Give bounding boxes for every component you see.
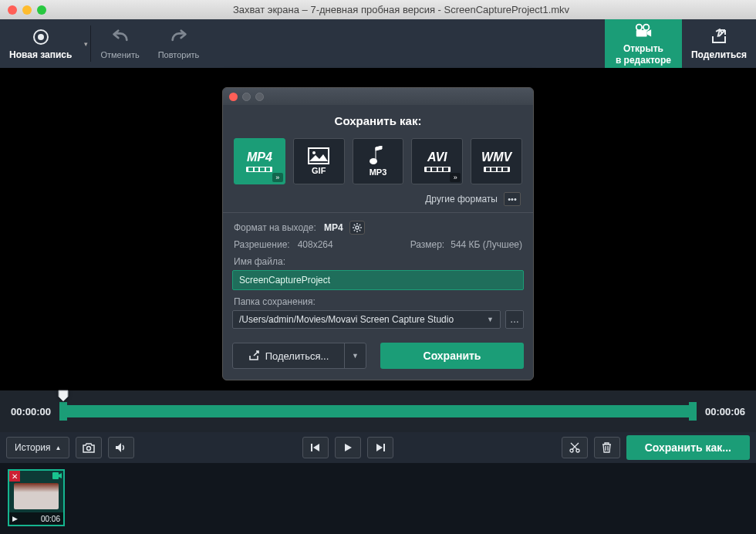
image-icon [308, 147, 329, 164]
filename-input[interactable] [232, 270, 524, 290]
clip-thumbnail[interactable]: ✕ ▶ 00:06 [8, 469, 65, 526]
browse-folder-button[interactable]: … [505, 310, 524, 329]
svg-point-6 [312, 151, 316, 154]
more-icon[interactable]: » [272, 173, 283, 182]
playhead[interactable] [58, 390, 69, 402]
skip-back-icon [310, 443, 321, 452]
volume-button[interactable] [108, 437, 134, 458]
svg-line-14 [359, 230, 359, 231]
svg-rect-22 [52, 472, 59, 479]
format-wmv[interactable]: WMV [471, 138, 522, 184]
chevron-down-icon: ▼ [487, 316, 494, 323]
redo-icon [170, 29, 188, 47]
clip-preview [14, 483, 59, 509]
output-format-value: MP4 [324, 222, 343, 233]
new-recording-button[interactable]: Новая запись [0, 19, 81, 68]
scissors-icon [569, 442, 580, 453]
screenshot-button[interactable] [76, 437, 102, 458]
save-button[interactable]: Сохранить [380, 343, 524, 369]
filename-label: Имя файла: [234, 256, 522, 267]
format-gif-inner: GIF [308, 147, 329, 175]
timeline-track[interactable] [62, 405, 694, 417]
dialog-titlebar[interactable] [223, 88, 533, 105]
clip-duration: 00:06 [41, 515, 60, 523]
zoom-dialog-icon [255, 93, 264, 101]
record-icon [32, 28, 50, 46]
redo-label: Повторить [158, 50, 200, 59]
format-mp3[interactable]: MP3 [353, 138, 404, 184]
format-gif[interactable]: GIF [293, 138, 345, 184]
skip-forward-icon [375, 443, 386, 452]
folder-value: /Users/admin/Movies/Movavi Screen Captur… [239, 314, 454, 325]
svg-rect-4 [636, 30, 647, 36]
play-button[interactable] [335, 437, 361, 458]
other-formats-link[interactable]: Другие форматы [425, 194, 498, 204]
svg-point-17 [87, 446, 91, 450]
delete-button[interactable] [594, 437, 620, 458]
cut-button[interactable] [562, 437, 588, 458]
share-split-button[interactable]: Поделиться... ▼ [232, 343, 366, 369]
resolution-label: Разрешение: [234, 239, 290, 250]
other-formats-button[interactable]: ••• [504, 192, 521, 206]
svg-point-8 [356, 226, 359, 229]
folder-label: Папка сохранения: [234, 296, 522, 307]
open-in-editor-button[interactable]: Открытьв редакторе [605, 19, 682, 68]
camera-icon [83, 443, 95, 453]
close-window-icon[interactable] [8, 5, 17, 15]
save-as-dialog: Сохранить как: MP4 » GIF [222, 87, 534, 380]
format-mp4[interactable]: MP4 » [234, 138, 285, 184]
format-avi-inner: AVI [424, 150, 451, 172]
format-avi[interactable]: AVI » [411, 138, 463, 184]
svg-point-1 [38, 34, 44, 40]
format-wmv-inner: WMV [481, 150, 511, 172]
svg-point-3 [643, 25, 649, 30]
folder-select[interactable]: /Users/admin/Movies/Movavi Screen Captur… [232, 310, 501, 329]
share-icon [710, 28, 728, 46]
main-toolbar: Новая запись ▾ Отменить Повторить Открыт… [0, 19, 756, 68]
trash-icon [602, 442, 612, 453]
format-mp4-inner: MP4 [246, 150, 272, 172]
format-list: MP4 » GIF MP3 [232, 138, 524, 184]
redo-button[interactable]: Повторить [149, 19, 209, 68]
play-icon: ▶ [12, 515, 18, 522]
clip-thumbnails: ✕ ▶ 00:06 [0, 463, 756, 534]
more-icon[interactable]: » [450, 173, 461, 182]
next-button[interactable] [367, 437, 393, 458]
size-value-link[interactable]: 544 КБ (Лучшее) [451, 239, 522, 250]
history-label: История [15, 442, 51, 453]
format-mp3-inner: MP3 [370, 146, 387, 177]
window-titlebar: Захват экрана – 7-дневная пробная версия… [0, 0, 756, 19]
play-icon [343, 443, 353, 452]
history-dropdown[interactable]: История ▲ [6, 437, 69, 458]
undo-icon [111, 29, 130, 47]
undo-button[interactable]: Отменить [91, 19, 148, 68]
zoom-window-icon[interactable] [37, 5, 46, 15]
output-format-label: Формат на выходе: [234, 222, 316, 233]
delete-clip-icon[interactable]: ✕ [9, 471, 20, 482]
close-dialog-icon[interactable] [229, 93, 238, 101]
svg-point-21 [576, 449, 579, 452]
window-title: Захват экрана – 7-дневная пробная версия… [54, 4, 748, 15]
film-camera-icon [634, 22, 653, 40]
open-in-editor-label: Открытьв редакторе [616, 43, 671, 66]
controls-bar: История ▲ Сохранить как... [0, 432, 756, 463]
video-clip-icon [52, 472, 62, 479]
timeline-end: 00:00:06 [705, 406, 745, 417]
format-settings-button[interactable] [349, 221, 365, 235]
save-as-button[interactable]: Сохранить как... [626, 435, 750, 460]
new-recording-label: Новая запись [9, 49, 72, 60]
new-recording-dropdown[interactable]: ▾ [81, 19, 90, 68]
share-button[interactable]: Поделиться [682, 19, 756, 68]
chevron-up-icon: ▲ [56, 444, 62, 451]
dialog-title: Сохранить как: [232, 114, 524, 127]
prev-button[interactable] [302, 437, 329, 458]
minimize-window-icon[interactable] [22, 5, 32, 15]
share-split-label: Поделиться... [265, 350, 329, 362]
traffic-lights [8, 5, 46, 15]
timeline[interactable]: 00:00:00 00:00:06 [0, 390, 756, 432]
speaker-icon [115, 442, 127, 453]
share-split-dropdown[interactable]: ▼ [344, 343, 366, 368]
music-note-icon [370, 146, 385, 166]
svg-line-13 [353, 225, 354, 225]
svg-point-2 [636, 25, 642, 30]
